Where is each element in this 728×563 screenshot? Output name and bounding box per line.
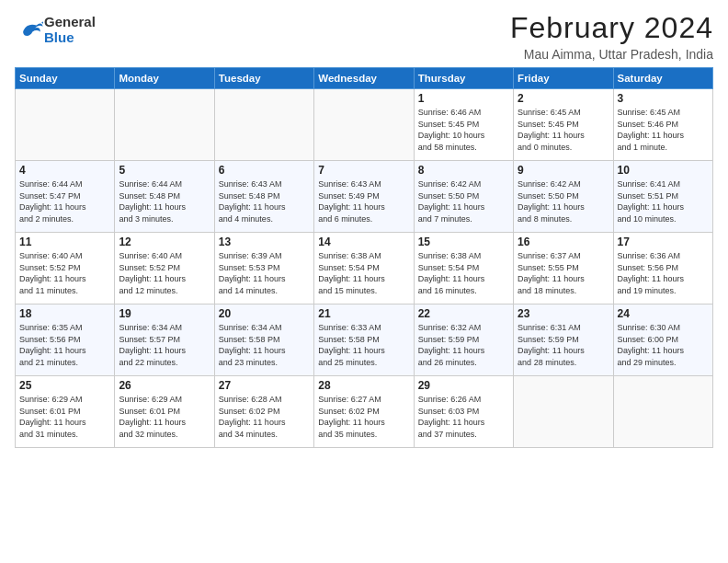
weekday-header: Wednesday [314,68,414,89]
day-number: 10 [618,164,709,177]
day-info: Sunrise: 6:29 AMSunset: 6:01 PMDaylight:… [19,394,110,440]
day-number: 26 [119,379,210,392]
calendar-week-row: 4Sunrise: 6:44 AMSunset: 5:47 PMDaylight… [16,161,713,233]
logo-text: General Blue [44,15,96,45]
day-number: 7 [318,164,409,177]
calendar-cell: 24Sunrise: 6:30 AMSunset: 6:00 PMDayligh… [613,304,712,376]
calendar-cell: 18Sunrise: 6:35 AMSunset: 5:56 PMDayligh… [16,304,115,376]
day-number: 27 [219,379,310,392]
calendar-cell: 6Sunrise: 6:43 AMSunset: 5:48 PMDaylight… [214,161,313,233]
calendar-cell: 4Sunrise: 6:44 AMSunset: 5:47 PMDaylight… [16,161,115,233]
weekday-header: Tuesday [214,68,313,89]
day-info: Sunrise: 6:31 AMSunset: 5:59 PMDaylight:… [518,322,609,368]
day-number: 23 [518,307,609,320]
day-number: 14 [318,236,409,248]
calendar-week-row: 25Sunrise: 6:29 AMSunset: 6:01 PMDayligh… [16,376,713,448]
day-info: Sunrise: 6:46 AMSunset: 5:45 PMDaylight:… [418,107,509,153]
day-info: Sunrise: 6:42 AMSunset: 5:50 PMDaylight:… [418,178,509,224]
logo-blue: Blue [44,30,96,46]
calendar-cell: 11Sunrise: 6:40 AMSunset: 5:52 PMDayligh… [16,233,115,304]
day-number: 1 [418,92,509,105]
day-info: Sunrise: 6:44 AMSunset: 5:48 PMDaylight:… [119,178,210,224]
day-number: 9 [518,164,609,177]
day-info: Sunrise: 6:37 AMSunset: 5:55 PMDaylight:… [518,250,609,296]
calendar-cell [314,89,414,161]
calendar-cell: 23Sunrise: 6:31 AMSunset: 5:59 PMDayligh… [514,304,613,376]
day-info: Sunrise: 6:29 AMSunset: 6:01 PMDaylight:… [119,394,210,440]
calendar-week-row: 11Sunrise: 6:40 AMSunset: 5:52 PMDayligh… [16,233,713,304]
calendar-cell [16,89,115,161]
day-info: Sunrise: 6:43 AMSunset: 5:49 PMDaylight:… [318,178,409,224]
day-info: Sunrise: 6:41 AMSunset: 5:51 PMDaylight:… [618,178,709,224]
day-info: Sunrise: 6:44 AMSunset: 5:47 PMDaylight:… [19,178,110,224]
day-number: 22 [418,307,509,320]
weekday-header: Friday [514,68,613,89]
day-info: Sunrise: 6:34 AMSunset: 5:57 PMDaylight:… [119,322,210,368]
day-number: 16 [518,236,609,248]
day-number: 5 [119,164,210,177]
day-number: 3 [618,92,709,105]
calendar-cell: 10Sunrise: 6:41 AMSunset: 5:51 PMDayligh… [613,161,712,233]
day-number: 18 [19,307,110,320]
calendar-cell: 29Sunrise: 6:26 AMSunset: 6:03 PMDayligh… [414,376,513,448]
calendar-cell: 22Sunrise: 6:32 AMSunset: 5:59 PMDayligh… [414,304,513,376]
calendar-cell [613,376,712,448]
day-number: 17 [618,236,709,248]
weekday-header: Monday [115,68,214,89]
day-number: 13 [219,236,310,248]
day-number: 12 [119,236,210,248]
calendar-cell [514,376,613,448]
calendar-cell: 19Sunrise: 6:34 AMSunset: 5:57 PMDayligh… [115,304,214,376]
day-info: Sunrise: 6:35 AMSunset: 5:56 PMDaylight:… [19,322,110,368]
day-info: Sunrise: 6:28 AMSunset: 6:02 PMDaylight:… [219,394,310,440]
day-info: Sunrise: 6:36 AMSunset: 5:56 PMDaylight:… [618,250,709,296]
day-number: 8 [418,164,509,177]
day-number: 28 [318,379,409,392]
calendar-cell: 16Sunrise: 6:37 AMSunset: 5:55 PMDayligh… [514,233,613,304]
day-info: Sunrise: 6:38 AMSunset: 5:54 PMDaylight:… [418,250,509,296]
calendar-cell: 8Sunrise: 6:42 AMSunset: 5:50 PMDaylight… [414,161,513,233]
calendar-cell: 1Sunrise: 6:46 AMSunset: 5:45 PMDaylight… [414,89,513,161]
logo: General Blue [15,15,96,45]
calendar-cell: 3Sunrise: 6:45 AMSunset: 5:46 PMDaylight… [613,89,712,161]
calendar-week-row: 18Sunrise: 6:35 AMSunset: 5:56 PMDayligh… [16,304,713,376]
calendar-cell: 7Sunrise: 6:43 AMSunset: 5:49 PMDaylight… [314,161,414,233]
day-number: 21 [318,307,409,320]
calendar-week-row: 1Sunrise: 6:46 AMSunset: 5:45 PMDaylight… [16,89,713,161]
day-number: 24 [618,307,709,320]
header: General Blue February 2024 Mau Aimma, Ut… [15,11,713,62]
calendar-cell: 2Sunrise: 6:45 AMSunset: 5:45 PMDaylight… [514,89,613,161]
day-info: Sunrise: 6:39 AMSunset: 5:53 PMDaylight:… [219,250,310,296]
calendar-cell: 21Sunrise: 6:33 AMSunset: 5:58 PMDayligh… [314,304,414,376]
title-block: February 2024 Mau Aimma, Uttar Pradesh, … [510,11,713,62]
day-info: Sunrise: 6:32 AMSunset: 5:59 PMDaylight:… [418,322,509,368]
calendar-cell [214,89,313,161]
day-number: 19 [119,307,210,320]
month-title: February 2024 [510,11,713,45]
weekday-header-row: SundayMondayTuesdayWednesdayThursdayFrid… [16,68,713,89]
day-number: 4 [19,164,110,177]
calendar-cell: 12Sunrise: 6:40 AMSunset: 5:52 PMDayligh… [115,233,214,304]
day-number: 11 [19,236,110,248]
day-info: Sunrise: 6:40 AMSunset: 5:52 PMDaylight:… [19,250,110,296]
day-number: 2 [518,92,609,105]
weekday-header: Sunday [16,68,115,89]
day-number: 25 [19,379,110,392]
day-info: Sunrise: 6:27 AMSunset: 6:02 PMDaylight:… [318,394,409,440]
calendar-cell: 25Sunrise: 6:29 AMSunset: 6:01 PMDayligh… [16,376,115,448]
day-info: Sunrise: 6:34 AMSunset: 5:58 PMDaylight:… [219,322,310,368]
logo-bird-icon [18,17,44,43]
calendar-cell: 9Sunrise: 6:42 AMSunset: 5:50 PMDaylight… [514,161,613,233]
day-info: Sunrise: 6:26 AMSunset: 6:03 PMDaylight:… [418,394,509,440]
calendar-cell: 14Sunrise: 6:38 AMSunset: 5:54 PMDayligh… [314,233,414,304]
calendar-cell: 17Sunrise: 6:36 AMSunset: 5:56 PMDayligh… [613,233,712,304]
day-info: Sunrise: 6:30 AMSunset: 6:00 PMDaylight:… [618,322,709,368]
day-info: Sunrise: 6:45 AMSunset: 5:46 PMDaylight:… [618,107,709,153]
day-number: 20 [219,307,310,320]
calendar-cell: 5Sunrise: 6:44 AMSunset: 5:48 PMDaylight… [115,161,214,233]
day-number: 15 [418,236,509,248]
day-number: 29 [418,379,509,392]
page: General Blue February 2024 Mau Aimma, Ut… [0,0,728,563]
calendar: SundayMondayTuesdayWednesdayThursdayFrid… [15,67,713,448]
day-number: 6 [219,164,310,177]
